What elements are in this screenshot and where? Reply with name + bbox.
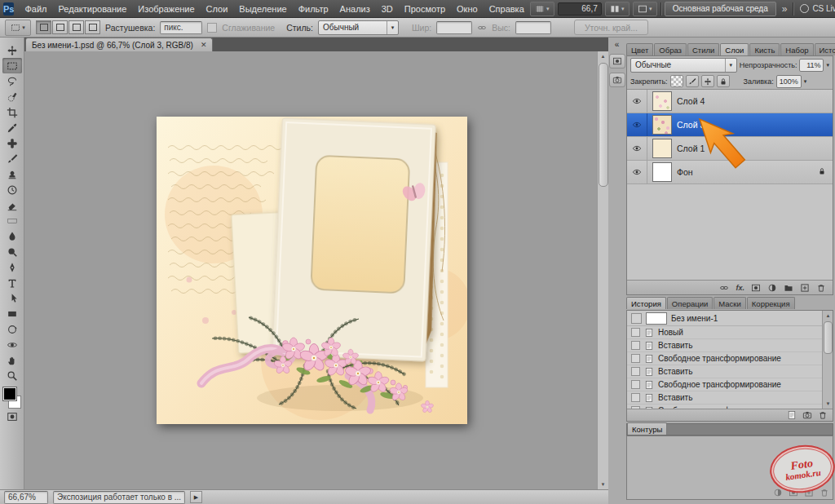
tab-masks[interactable]: Маски (714, 297, 746, 309)
eyedropper-tool[interactable] (2, 120, 22, 135)
canvas-area[interactable] (24, 51, 608, 489)
tab-swatches[interactable]: Образ (654, 43, 687, 55)
layer-thumbnail[interactable] (652, 162, 672, 182)
clone-stamp-tool[interactable] (2, 166, 22, 182)
workspace-button[interactable]: Основная рабочая среда (665, 2, 776, 16)
lock-transparency-icon[interactable] (670, 75, 683, 87)
tab-presets[interactable]: Набор (780, 43, 813, 55)
history-step[interactable]: Вставить (627, 391, 822, 405)
history-brush-source-box[interactable] (631, 313, 642, 324)
height-input[interactable] (515, 21, 551, 34)
foreground-color-swatch[interactable] (3, 387, 16, 400)
new-snapshot-icon[interactable] (802, 410, 812, 420)
history-step[interactable]: Вставить (627, 339, 822, 352)
tab-actions[interactable]: Операции (667, 297, 713, 309)
width-input[interactable] (436, 21, 472, 34)
status-options-button[interactable] (190, 491, 202, 503)
antialias-checkbox[interactable] (207, 23, 217, 33)
scrapbook-frame-image[interactable] (157, 117, 467, 424)
status-zoom-field[interactable]: 66,67% (4, 491, 48, 504)
document-tab[interactable]: Без имени-1.psd @ 66,7% (Слой 3, RGB/8) (25, 38, 213, 51)
view-extras-button[interactable] (530, 2, 554, 16)
tab-styles[interactable]: Стили (687, 43, 719, 55)
tab-layers[interactable]: Слои (720, 43, 749, 55)
menu-file[interactable]: Файл (19, 0, 52, 18)
delete-path-icon[interactable] (820, 488, 829, 497)
tab-color[interactable]: Цвет (626, 43, 653, 55)
fill-value[interactable]: 100% (776, 75, 802, 88)
vertical-scrollbar[interactable] (597, 51, 608, 489)
arrange-documents-button[interactable] (605, 2, 630, 16)
history-scrollbar[interactable] (822, 311, 833, 409)
menu-3d[interactable]: 3D (376, 0, 399, 18)
menu-image[interactable]: Изображение (132, 0, 200, 18)
lock-all-icon[interactable] (717, 75, 730, 87)
hand-tool[interactable] (2, 352, 22, 368)
layer-visibility-toggle[interactable] (627, 161, 647, 183)
scrollbar-thumb[interactable] (824, 321, 833, 354)
zoom-level-field[interactable]: 66,7 (558, 2, 602, 15)
collapsed-panel-icon-1[interactable] (609, 54, 625, 69)
pen-tool[interactable] (2, 259, 22, 275)
layer-thumbnail[interactable] (652, 139, 672, 158)
refine-edge-button[interactable]: Уточн. край... (574, 20, 648, 35)
add-selection-button[interactable] (52, 20, 68, 34)
quick-selection-tool[interactable] (2, 89, 22, 104)
intersect-selection-button[interactable] (85, 20, 100, 34)
move-tool[interactable] (2, 42, 22, 58)
history-step[interactable]: Свободное трансформирование (627, 352, 822, 365)
blend-mode-dropdown[interactable]: Обычные (630, 58, 737, 73)
delete-layer-icon[interactable] (816, 283, 826, 293)
chevron-down-icon[interactable] (826, 62, 829, 69)
layer-visibility-toggle[interactable] (627, 90, 647, 113)
layer-mask-icon[interactable] (751, 283, 761, 293)
tab-paths[interactable]: Контуры (627, 422, 667, 435)
history-step[interactable]: Свободное трансформирование (627, 405, 822, 409)
healing-brush-tool[interactable] (2, 135, 22, 151)
brush-tool[interactable] (2, 151, 22, 166)
new-document-from-state-icon[interactable] (787, 410, 797, 420)
gradient-tool[interactable] (2, 213, 22, 228)
shape-tool[interactable] (2, 306, 22, 321)
subtract-selection-button[interactable] (68, 20, 84, 34)
tool-preset-picker[interactable] (5, 20, 31, 36)
menu-filter[interactable]: Фильтр (293, 0, 334, 18)
collapse-panels-button[interactable] (608, 39, 625, 50)
feather-input[interactable]: пикс. (160, 21, 202, 34)
layer-visibility-toggle[interactable] (627, 137, 647, 160)
close-tab-icon[interactable] (201, 41, 207, 49)
new-layer-icon[interactable] (800, 283, 810, 293)
style-dropdown[interactable]: Обычный (318, 20, 399, 35)
layer-visibility-toggle[interactable] (627, 113, 647, 136)
collapsed-panel-icon-2[interactable] (609, 73, 625, 87)
eraser-tool[interactable] (2, 197, 22, 213)
workspace-overflow-button[interactable]: » (780, 3, 790, 15)
path-selection-tool[interactable] (2, 290, 22, 306)
link-dimensions-icon[interactable] (477, 23, 487, 33)
zoom-tool[interactable] (2, 368, 22, 383)
history-snapshot-row[interactable]: Без имени-1 (627, 311, 822, 326)
quick-mask-button[interactable] (2, 409, 22, 424)
opacity-value[interactable]: 11% (799, 59, 824, 72)
tab-clone-source[interactable]: Источ (815, 43, 835, 55)
blur-tool[interactable] (2, 228, 22, 244)
menu-view[interactable]: Просмотр (399, 0, 451, 18)
scroll-down-icon[interactable] (598, 480, 608, 489)
lasso-tool[interactable] (2, 73, 22, 89)
history-brush-source-box[interactable] (631, 328, 640, 337)
menu-edit[interactable]: Редактирование (53, 0, 133, 18)
layer-group-icon[interactable] (784, 283, 793, 293)
tab-history[interactable]: История (626, 297, 666, 309)
menu-help[interactable]: Справка (484, 0, 530, 18)
history-step[interactable]: Свободное трансформирование (627, 378, 822, 391)
menu-layers[interactable]: Слои (201, 0, 234, 18)
menu-analysis[interactable]: Анализ (334, 0, 376, 18)
history-brush-source-box[interactable] (631, 341, 640, 350)
chevron-down-icon[interactable] (804, 78, 807, 85)
type-tool[interactable] (2, 275, 22, 290)
history-brush-source-box[interactable] (631, 393, 640, 402)
menu-window[interactable]: Окно (451, 0, 484, 18)
layer-thumbnail[interactable] (652, 115, 672, 135)
tab-brush[interactable]: Кисть (749, 43, 780, 55)
history-step[interactable]: Новый (627, 326, 822, 339)
